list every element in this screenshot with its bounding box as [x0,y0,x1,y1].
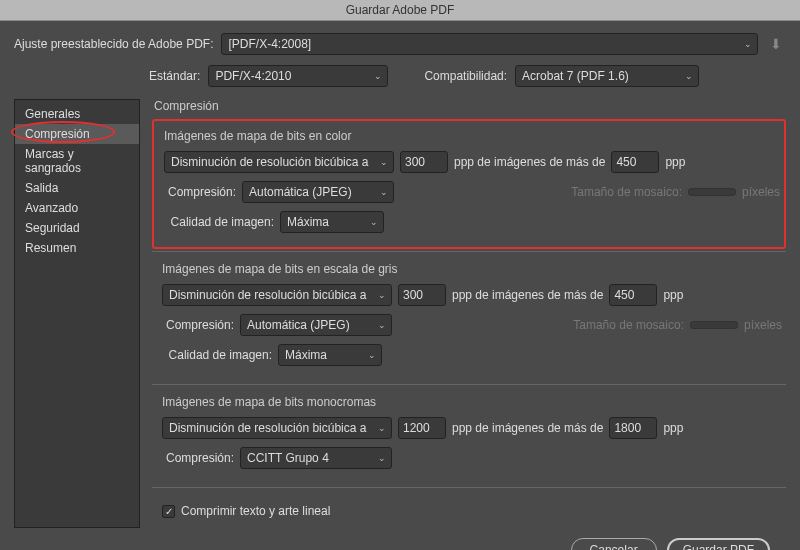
chevron-down-icon: ⌄ [380,187,388,197]
chevron-down-icon: ⌄ [378,453,386,463]
quality-label: Calidad de imagen: [162,348,272,362]
sidebar-item-resumen[interactable]: Resumen [15,238,139,258]
ppp-label: ppp de imágenes de más de [454,155,605,169]
mono-downsample-select[interactable]: Disminución de resolución bicúbica a ⌄ [162,417,392,439]
standard-label: Estándar: [149,69,200,83]
gray-dpi-input[interactable]: 300 [398,284,446,306]
color-dpi-input[interactable]: 300 [400,151,448,173]
color-quality-select[interactable]: Máxima ⌄ [280,211,384,233]
chevron-down-icon: ⌄ [685,71,693,81]
preset-select[interactable]: [PDF/X-4:2008] ⌄ [221,33,758,55]
select-value: Disminución de resolución bicúbica a [171,155,368,169]
compress-text-checkbox[interactable]: ✓ [162,505,175,518]
select-value: Máxima [287,215,329,229]
save-preset-icon[interactable]: ⬇ [766,36,786,52]
save-pdf-button[interactable]: Guardar PDF [667,538,770,550]
compression-label: Compresión: [162,451,234,465]
gray-threshold-input[interactable]: 450 [609,284,657,306]
mono-dpi-input[interactable]: 1200 [398,417,446,439]
gray-quality-select[interactable]: Máxima ⌄ [278,344,382,366]
sidebar-item-seguridad[interactable]: Seguridad [15,218,139,238]
compress-text-label: Comprimir texto y arte lineal [181,504,330,518]
chevron-down-icon: ⌄ [374,71,382,81]
compression-label: Compresión: [164,185,236,199]
sidebar: Generales Compresión Marcas y sangrados … [14,99,140,528]
mono-compression-select[interactable]: CCITT Grupo 4 ⌄ [240,447,392,469]
chevron-down-icon: ⌄ [744,39,752,49]
compression-label: Compresión: [162,318,234,332]
sidebar-item-avanzado[interactable]: Avanzado [15,198,139,218]
sidebar-item-generales[interactable]: Generales [15,104,139,124]
select-value: Disminución de resolución bicúbica a [169,288,366,302]
sidebar-item-label: Compresión [25,127,90,141]
chevron-down-icon: ⌄ [378,320,386,330]
color-threshold-input[interactable]: 450 [611,151,659,173]
select-value: Automática (JPEG) [247,318,350,332]
sidebar-item-marcas[interactable]: Marcas y sangrados [15,144,139,178]
quality-label: Calidad de imagen: [164,215,274,229]
gray-downsample-select[interactable]: Disminución de resolución bicúbica a ⌄ [162,284,392,306]
chevron-down-icon: ⌄ [380,157,388,167]
group-gray: Imágenes de mapa de bits en escala de gr… [152,251,786,382]
select-value: CCITT Grupo 4 [247,451,329,465]
panel-title: Compresión [154,99,786,113]
chevron-down-icon: ⌄ [378,423,386,433]
select-value: Disminución de resolución bicúbica a [169,421,366,435]
chevron-down-icon: ⌄ [368,350,376,360]
color-compression-select[interactable]: Automática (JPEG) ⌄ [242,181,394,203]
tile-label: Tamaño de mosaico: [571,185,682,199]
color-downsample-select[interactable]: Disminución de resolución bicúbica a ⌄ [164,151,394,173]
window-title: Guardar Adobe PDF [0,0,800,21]
compat-select[interactable]: Acrobat 7 (PDF 1.6) ⌄ [515,65,699,87]
compat-label: Compatibilidad: [424,69,507,83]
group-color: Imágenes de mapa de bits en color Dismin… [152,119,786,249]
group-gray-title: Imágenes de mapa de bits en escala de gr… [162,262,782,276]
color-tile-input [688,188,736,196]
sidebar-item-salida[interactable]: Salida [15,178,139,198]
ppp-label: ppp de imágenes de más de [452,421,603,435]
ppp-unit: ppp [665,155,685,169]
sidebar-item-compresion[interactable]: Compresión [15,124,139,144]
group-color-title: Imágenes de mapa de bits en color [164,129,780,143]
gray-tile-input [690,321,738,329]
group-mono: Imágenes de mapa de bits monocromas Dism… [152,384,786,485]
chevron-down-icon: ⌄ [370,217,378,227]
standard-select[interactable]: PDF/X-4:2010 ⌄ [208,65,388,87]
ppp-unit: ppp [663,421,683,435]
group-text: ✓ Comprimir texto y arte lineal [152,487,786,526]
tile-unit: píxeles [742,185,780,199]
chevron-down-icon: ⌄ [378,290,386,300]
preset-label: Ajuste preestablecido de Adobe PDF: [14,37,213,51]
preset-value: [PDF/X-4:2008] [228,37,311,51]
tile-label: Tamaño de mosaico: [573,318,684,332]
select-value: Automática (JPEG) [249,185,352,199]
select-value: Máxima [285,348,327,362]
tile-unit: píxeles [744,318,782,332]
ppp-label: ppp de imágenes de más de [452,288,603,302]
gray-compression-select[interactable]: Automática (JPEG) ⌄ [240,314,392,336]
ppp-unit: ppp [663,288,683,302]
standard-value: PDF/X-4:2010 [215,69,291,83]
group-mono-title: Imágenes de mapa de bits monocromas [162,395,782,409]
cancel-button[interactable]: Cancelar [571,538,657,550]
compat-value: Acrobat 7 (PDF 1.6) [522,69,629,83]
mono-threshold-input[interactable]: 1800 [609,417,657,439]
